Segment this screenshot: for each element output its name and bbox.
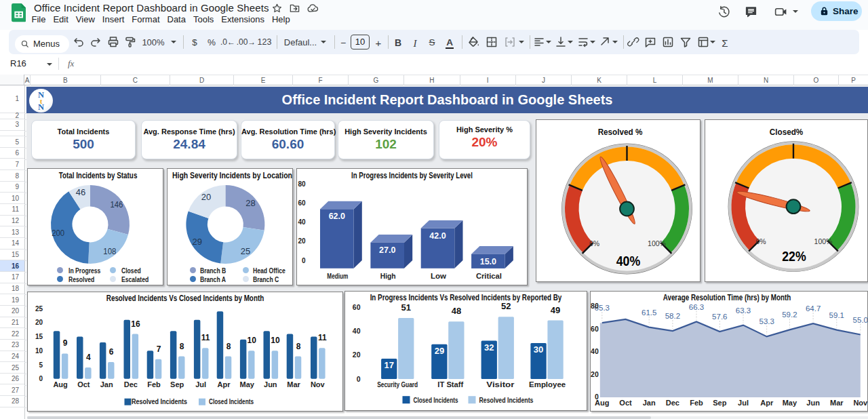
svg-text:40: 40 bbox=[352, 327, 360, 335]
svg-text:60: 60 bbox=[591, 324, 599, 332]
svg-text:Jul: Jul bbox=[738, 398, 749, 406]
svg-text:40%: 40% bbox=[616, 254, 641, 268]
svg-text:Nov: Nov bbox=[853, 398, 868, 406]
svg-text:15: 15 bbox=[35, 333, 43, 340]
svg-text:11: 11 bbox=[201, 333, 210, 342]
svg-text:Sep: Sep bbox=[713, 398, 726, 406]
svg-text:66.3: 66.3 bbox=[689, 302, 704, 311]
svg-text:40: 40 bbox=[298, 218, 306, 226]
svg-text:Dec: Dec bbox=[666, 398, 679, 406]
svg-text:49: 49 bbox=[550, 304, 559, 315]
svg-text:15.0: 15.0 bbox=[480, 256, 496, 266]
svg-text:7: 7 bbox=[157, 344, 161, 354]
svg-text:Medium: Medium bbox=[327, 271, 348, 279]
svg-text:40: 40 bbox=[591, 347, 599, 355]
svg-text:Feb: Feb bbox=[690, 398, 703, 406]
svg-text:Mar: Mar bbox=[830, 398, 844, 406]
svg-text:62.0: 62.0 bbox=[329, 212, 345, 221]
svg-text:0: 0 bbox=[356, 374, 360, 382]
svg-text:4: 4 bbox=[86, 353, 91, 362]
svg-text:58.2: 58.2 bbox=[665, 312, 680, 320]
svg-text:27.0: 27.0 bbox=[379, 245, 395, 254]
svg-text:8: 8 bbox=[296, 342, 301, 351]
svg-text:Employee: Employee bbox=[529, 380, 566, 388]
svg-text:29: 29 bbox=[434, 346, 443, 356]
svg-text:Feb: Feb bbox=[147, 380, 161, 388]
svg-text:Visitor: Visitor bbox=[486, 380, 515, 388]
svg-text:64.7: 64.7 bbox=[806, 304, 821, 313]
svg-text:9: 9 bbox=[63, 339, 68, 348]
svg-text:42.0: 42.0 bbox=[429, 231, 446, 240]
svg-text:17: 17 bbox=[384, 360, 393, 370]
svg-text:Jan: Jan bbox=[643, 398, 656, 406]
svg-text:Low: Low bbox=[431, 271, 446, 279]
svg-text:Mar: Mar bbox=[287, 380, 300, 388]
svg-text:Oct: Oct bbox=[619, 398, 632, 406]
svg-text:60: 60 bbox=[352, 302, 360, 311]
svg-text:48: 48 bbox=[451, 306, 460, 316]
svg-text:0%: 0% bbox=[589, 239, 599, 247]
svg-text:Jan: Jan bbox=[100, 380, 113, 388]
svg-text:53.3: 53.3 bbox=[760, 317, 774, 325]
svg-text:8: 8 bbox=[226, 342, 231, 351]
svg-text:80: 80 bbox=[298, 180, 306, 187]
svg-text:8: 8 bbox=[180, 342, 184, 351]
svg-text:0%: 0% bbox=[755, 237, 766, 245]
svg-text:0: 0 bbox=[595, 393, 599, 401]
svg-text:80: 80 bbox=[591, 302, 599, 310]
svg-text:60: 60 bbox=[298, 199, 306, 207]
svg-text:Resolved Incidents: Resolved Incidents bbox=[132, 397, 187, 405]
svg-text:25: 25 bbox=[35, 305, 43, 313]
svg-text:Apr: Apr bbox=[760, 398, 774, 406]
svg-text:16: 16 bbox=[131, 319, 140, 329]
svg-text:Oct: Oct bbox=[77, 380, 90, 388]
svg-text:0: 0 bbox=[39, 375, 43, 382]
svg-text:May: May bbox=[783, 398, 797, 406]
svg-text:High: High bbox=[380, 271, 396, 279]
svg-text:63.3: 63.3 bbox=[736, 306, 751, 314]
svg-text:Aug: Aug bbox=[53, 380, 67, 388]
svg-text:Jun: Jun bbox=[264, 380, 277, 388]
svg-text:20: 20 bbox=[591, 370, 599, 378]
svg-text:10: 10 bbox=[248, 336, 257, 346]
svg-text:Critical: Critical bbox=[476, 271, 502, 279]
svg-text:Sep: Sep bbox=[170, 380, 184, 388]
svg-text:6: 6 bbox=[109, 347, 114, 357]
svg-text:51: 51 bbox=[401, 302, 410, 313]
svg-text:52: 52 bbox=[501, 301, 511, 311]
svg-text:Closed Incidents: Closed Incidents bbox=[209, 397, 254, 405]
svg-text:57.6: 57.6 bbox=[712, 313, 727, 321]
svg-text:32: 32 bbox=[484, 342, 494, 352]
svg-text:IT Staff: IT Staff bbox=[437, 380, 463, 388]
svg-text:55.0: 55.0 bbox=[853, 315, 868, 323]
svg-text:100%: 100% bbox=[648, 239, 666, 247]
svg-text:Resolved Incidents: Resolved Incidents bbox=[479, 396, 533, 403]
svg-text:30: 30 bbox=[533, 344, 542, 355]
svg-text:61.5: 61.5 bbox=[642, 308, 656, 316]
svg-text:May: May bbox=[239, 380, 254, 388]
svg-text:5: 5 bbox=[39, 361, 43, 369]
svg-text:10: 10 bbox=[35, 347, 43, 355]
svg-text:Apr: Apr bbox=[218, 380, 231, 388]
svg-text:Nov: Nov bbox=[311, 380, 326, 388]
svg-text:20: 20 bbox=[35, 319, 43, 327]
svg-text:Jun: Jun bbox=[806, 398, 820, 406]
svg-text:11: 11 bbox=[318, 333, 327, 342]
svg-text:Jul: Jul bbox=[195, 380, 206, 388]
svg-text:20: 20 bbox=[352, 351, 360, 359]
svg-text:59.2: 59.2 bbox=[782, 311, 797, 319]
svg-text:100%: 100% bbox=[814, 237, 833, 245]
svg-text:Closed Incidents: Closed Incidents bbox=[413, 396, 458, 403]
svg-text:20: 20 bbox=[298, 237, 306, 245]
svg-text:Dec: Dec bbox=[124, 380, 138, 388]
svg-text:0: 0 bbox=[302, 256, 306, 264]
svg-text:59.1: 59.1 bbox=[829, 311, 844, 319]
svg-text:Security Guard: Security Guard bbox=[377, 380, 418, 388]
svg-text:10: 10 bbox=[271, 336, 280, 346]
svg-text:22%: 22% bbox=[782, 249, 806, 264]
